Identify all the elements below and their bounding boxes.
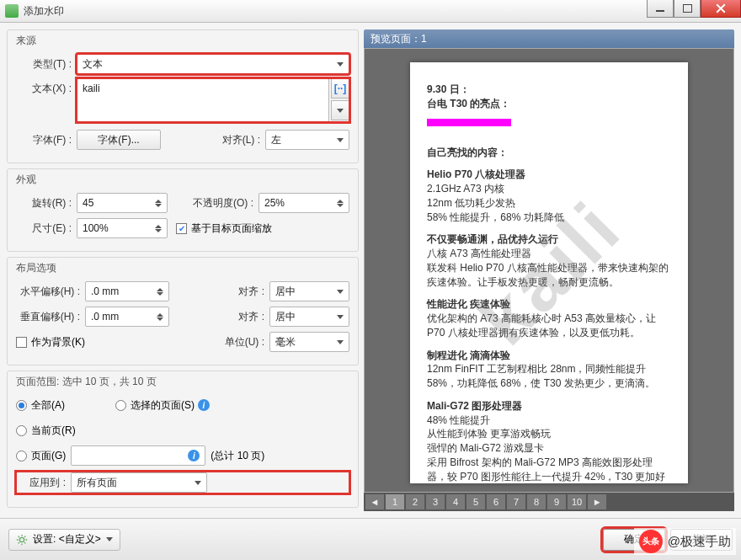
page-8[interactable]: 8 [527, 494, 546, 509]
checkbox-icon: ✔ [176, 223, 187, 234]
units-combo[interactable]: 毫米 [269, 332, 349, 352]
chevron-down-icon [337, 109, 344, 113]
pages-input[interactable]: i [71, 445, 205, 466]
scale-checkbox[interactable]: ✔ 基于目标页面缩放 [176, 221, 272, 236]
page-prev[interactable]: ◄ [365, 494, 384, 509]
halign-label: 对齐 : [169, 285, 269, 299]
align-combo[interactable]: 左 [265, 130, 349, 150]
page-7[interactable]: 7 [507, 494, 525, 509]
units-label: 单位(U) : [209, 335, 269, 349]
info-icon[interactable]: i [198, 399, 210, 411]
pagerange-group: 页面范围: 选中 10 页，共 10 页 全部(A) 选择的页面(S) i 当前… [7, 371, 359, 508]
applyto-combo[interactable]: 所有页面 [71, 472, 207, 493]
background-checkbox[interactable]: 作为背景(K) [16, 335, 85, 349]
layout-group: 布局选项 水平偏移(H) : .0 mm 对齐 : 居中 垂直偏移(H) : .… [7, 257, 359, 365]
browse-button[interactable]: [··] [331, 78, 349, 99]
preview-page: kaili 9.30 日： 台电 T30 的亮点： 自己亮找的内容： Helio… [410, 62, 688, 483]
text-input[interactable]: kaili [77, 78, 329, 122]
opacity-label: 不透明度(O) : [168, 196, 259, 211]
close-button[interactable] [701, 0, 741, 18]
brand-icon: 头条 [639, 530, 663, 553]
source-legend: 来源 [16, 34, 349, 48]
voffset-spin[interactable]: .0 mm [85, 307, 169, 327]
highlight [427, 119, 511, 126]
valign-label: 对齐 : [169, 310, 269, 324]
preview-header: 预览页面：1 [364, 29, 734, 48]
page-2[interactable]: 2 [406, 494, 424, 509]
type-combo[interactable]: 文本 [77, 54, 349, 74]
layout-legend: 布局选项 [16, 261, 349, 275]
appearance-group: 外观 旋转(R) : 45 不透明度(O) : 25% 尺寸(E) : 100% [7, 168, 359, 252]
page-4[interactable]: 4 [446, 494, 465, 509]
chevron-down-icon [106, 537, 113, 541]
gear-icon [16, 534, 28, 546]
pagerange-legend: 页面范围: 选中 10 页，共 10 页 [16, 375, 349, 389]
voffset-label: 垂直偏移(H) : [16, 310, 85, 324]
rotate-spin[interactable]: 45 [77, 193, 168, 213]
brand-badge: 头条 @极速手助 [634, 528, 736, 555]
size-spin[interactable]: 100% [77, 218, 168, 238]
hoffset-label: 水平偏移(H) : [16, 285, 85, 299]
opacity-spin[interactable]: 25% [259, 193, 349, 213]
page-1[interactable]: 1 [386, 494, 404, 509]
app-icon [5, 4, 19, 18]
radio-current[interactable]: 当前页(R) [16, 424, 76, 438]
source-group: 来源 类型(T) : 文本 文本(X) : kaili [··] 字体(F) [7, 29, 359, 163]
page-6[interactable]: 6 [487, 494, 505, 509]
size-label: 尺寸(E) : [16, 221, 77, 236]
type-label: 类型(T) : [16, 57, 77, 72]
pages-total: (总计 10 页) [211, 449, 264, 463]
radio-pages[interactable]: 页面(G) [16, 449, 66, 463]
valign-combo[interactable]: 居中 [269, 307, 349, 327]
checkbox-icon [16, 337, 27, 348]
applyto-label: 应用到 : [19, 476, 71, 490]
appearance-legend: 外观 [16, 173, 349, 187]
page-5[interactable]: 5 [466, 494, 485, 509]
preview-area: kaili 9.30 日： 台电 T30 的亮点： 自己亮找的内容： Helio… [364, 48, 734, 493]
radio-all[interactable]: 全部(A) [16, 398, 65, 413]
maximize-button[interactable] [674, 0, 701, 18]
radio-selected[interactable]: 选择的页面(S) [115, 398, 195, 413]
svg-point-0 [19, 537, 24, 541]
chevron-down-icon [337, 138, 344, 142]
page-9[interactable]: 9 [547, 494, 566, 509]
page-next[interactable]: ► [588, 494, 606, 509]
page-3[interactable]: 3 [426, 494, 445, 509]
chevron-down-icon [337, 62, 344, 67]
halign-combo[interactable]: 居中 [269, 281, 349, 301]
minimize-button[interactable] [647, 0, 674, 18]
align-label: 对齐(L) : [161, 133, 265, 147]
text-more-button[interactable] [331, 100, 349, 120]
text-label: 文本(X) : [16, 78, 77, 96]
page-10[interactable]: 10 [568, 494, 586, 509]
window-title: 添加水印 [24, 4, 64, 19]
font-label: 字体(F) : [16, 133, 77, 147]
rotate-label: 旋转(R) : [16, 196, 77, 211]
settings-button[interactable]: 设置: <自定义> [8, 529, 120, 551]
hoffset-spin[interactable]: .0 mm [85, 281, 169, 301]
info-icon: i [188, 450, 200, 461]
font-button[interactable]: 字体(F)... [77, 130, 161, 150]
pager: ◄ 12345678910 ► [364, 493, 734, 511]
type-value: 文本 [83, 57, 103, 72]
